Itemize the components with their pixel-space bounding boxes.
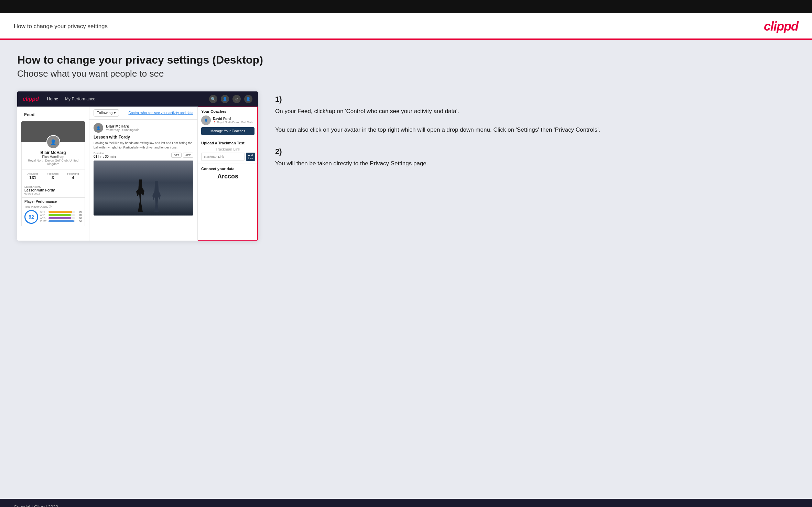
profile-banner: 👤: [21, 121, 85, 142]
profile-stats: Activities 131 Followers 3 Following 4: [21, 169, 85, 183]
post-avatar: 👤: [94, 123, 103, 133]
clippd-logo: clippd: [764, 19, 798, 34]
tpq-score: 92: [24, 210, 38, 224]
tag-ott: OTT: [171, 153, 182, 158]
site-footer: Copyright Clippd 2022: [0, 499, 812, 507]
plus-icon[interactable]: ⊕: [232, 95, 241, 103]
content-row: clippd Home My Performance 🔍 👤 ⊕ 👤 Feed: [17, 91, 795, 241]
connect-title: Connect your data: [201, 167, 255, 171]
app-screenshot: clippd Home My Performance 🔍 👤 ⊕ 👤 Feed: [17, 91, 258, 241]
nav-link-performance[interactable]: My Performance: [65, 97, 95, 101]
player-performance: Player Performance Total Player Quality …: [21, 198, 85, 226]
coach-name: David Ford: [213, 117, 252, 121]
control-link[interactable]: Control who can see your activity and da…: [129, 111, 193, 115]
instruction-1-text: On your Feed, click/tap on 'Control who …: [275, 107, 795, 135]
following-button[interactable]: Following ▾: [94, 109, 119, 117]
instructions: 1) On your Feed, click/tap on 'Control w…: [275, 91, 795, 180]
main-content: How to change your privacy settings (Des…: [0, 40, 812, 499]
site-header: How to change your privacy settings clip…: [0, 13, 812, 39]
trackman-section-title: Upload a Trackman Test: [201, 141, 255, 145]
profile-name: Blair McHarg: [22, 150, 85, 155]
instruction-2-number: 2): [275, 147, 795, 156]
profile-avatar: 👤: [46, 135, 60, 149]
coaches-title: Your Coaches: [201, 109, 255, 113]
post-user-name: Blair McHarg: [106, 124, 139, 128]
nav-link-home[interactable]: Home: [47, 97, 58, 101]
coach-club: 📍 Royal North Devon Golf Club: [213, 121, 252, 124]
top-bar: [0, 0, 812, 13]
profile-club: Royal North Devon Golf Club, United King…: [22, 159, 85, 166]
tag-app: APP: [183, 153, 193, 158]
app-nav-links: Home My Performance: [47, 97, 209, 101]
post-user-loc: Yesterday · Sunningdale: [106, 128, 139, 132]
trackman-placeholder-label: Trackman Link: [201, 147, 255, 151]
app-sidebar: Feed 👤 Blair McHarg Plus Handicap Royal …: [17, 107, 89, 241]
trackman-section: Upload a Trackman Test Trackman Link Add…: [198, 138, 258, 164]
trackman-input[interactable]: [201, 153, 245, 161]
app-logo: clippd: [23, 96, 39, 102]
stat-following: Following 4: [67, 172, 79, 180]
header-title: How to change your privacy settings: [14, 23, 108, 30]
feed-tab[interactable]: Feed: [21, 111, 85, 119]
arccos-logo: Arccos: [201, 173, 255, 180]
instruction-1: 1) On your Feed, click/tap on 'Control w…: [275, 95, 795, 135]
post-tags: OTT APP: [171, 153, 193, 158]
manage-coaches-button[interactable]: Manage Your Coaches: [201, 127, 255, 135]
person-icon[interactable]: 👤: [221, 95, 229, 103]
page-title: How to change your privacy settings (Des…: [17, 54, 795, 66]
post-image: [94, 161, 193, 216]
tpq-bars: OTT 90 APP 85: [40, 211, 82, 223]
footer-text: Copyright Clippd 2022: [14, 504, 58, 507]
coach-avatar: 👤: [201, 115, 211, 125]
connect-section: Connect your data Arccos: [198, 164, 258, 183]
stat-activities: Activities 131: [28, 172, 39, 180]
feed-post: 👤 Blair McHarg Yesterday · Sunningdale L…: [89, 120, 197, 219]
coaches-section: Your Coaches 👤 David Ford 📍 Royal North …: [198, 107, 258, 138]
latest-activity: Latest Activity Lesson with Fordy 03 Aug…: [21, 183, 85, 198]
post-lesson-desc: Looking to feel like my hands are exitin…: [94, 141, 193, 150]
post-lesson-title: Lesson with Fordy: [94, 135, 193, 140]
app-feed: Following ▾ Control who can see your act…: [89, 107, 198, 241]
feed-header: Following ▾ Control who can see your act…: [89, 107, 197, 120]
post-duration-row: Duration 01 hr : 30 min OTT APP: [94, 152, 193, 158]
profile-handicap: Plus Handicap: [22, 155, 85, 159]
app-body: Feed 👤 Blair McHarg Plus Handicap Royal …: [17, 107, 258, 241]
search-icon[interactable]: 🔍: [209, 95, 217, 103]
add-link-button[interactable]: Add Link: [246, 153, 255, 161]
app-right-panel: Your Coaches 👤 David Ford 📍 Royal North …: [198, 107, 258, 241]
coach-row: 👤 David Ford 📍 Royal North Devon Golf Cl…: [201, 115, 255, 125]
post-user-row: 👤 Blair McHarg Yesterday · Sunningdale: [94, 123, 193, 133]
trackman-input-row: Add Link: [201, 153, 255, 161]
app-nav: clippd Home My Performance 🔍 👤 ⊕ 👤: [17, 91, 258, 107]
stat-followers: Followers 3: [47, 172, 58, 180]
instruction-2: 2) You will then be taken directly to th…: [275, 147, 795, 168]
app-nav-icons: 🔍 👤 ⊕ 👤: [209, 95, 252, 103]
page-subtitle: Choose what you want people to see: [17, 68, 795, 79]
avatar-icon[interactable]: 👤: [244, 95, 252, 103]
instruction-1-number: 1): [275, 95, 795, 104]
instruction-2-text: You will then be taken directly to the P…: [275, 159, 795, 168]
